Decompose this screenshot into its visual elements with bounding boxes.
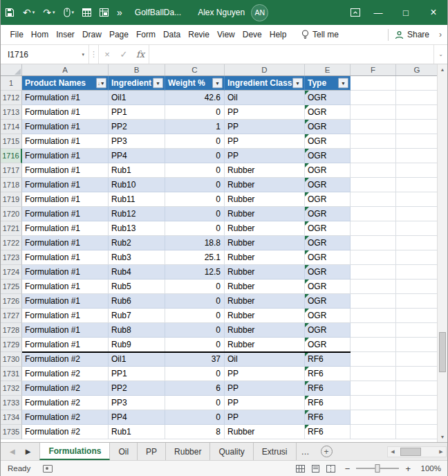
cell-E1727[interactable]: OGR bbox=[305, 309, 351, 323]
view-normal-icon[interactable] bbox=[296, 465, 305, 473]
cell-A1723[interactable]: Formulation #1 bbox=[22, 250, 109, 265]
undo-dropdown-arrow[interactable]: ▾ bbox=[32, 10, 35, 15]
cancel-button[interactable]: × bbox=[99, 45, 115, 64]
cell-G1734[interactable] bbox=[396, 410, 438, 425]
cell-B1715[interactable]: PP3 bbox=[109, 134, 165, 149]
touch-mouse-mode-button[interactable]: ▾ bbox=[59, 0, 79, 25]
cell-C1735[interactable]: 8 bbox=[165, 425, 225, 439]
cell-A1714[interactable]: Formulation #1 bbox=[22, 120, 109, 134]
cell-D1728[interactable]: Rubber bbox=[225, 323, 305, 338]
row-header-1713[interactable]: 1713 bbox=[1, 105, 22, 120]
cell-B1713[interactable]: PP1 bbox=[109, 105, 165, 120]
zoom-slider-thumb[interactable] bbox=[375, 464, 380, 473]
cell-C1716[interactable]: 0 bbox=[165, 149, 225, 163]
filter-button-weight[interactable]: ▼ bbox=[212, 78, 223, 89]
zoom-slider[interactable] bbox=[356, 468, 399, 469]
cell-A1720[interactable]: Formulation #1 bbox=[22, 207, 109, 221]
row-header-1715[interactable]: 1715 bbox=[1, 134, 22, 149]
cell-B1714[interactable]: PP2 bbox=[109, 120, 165, 134]
view-page-break-icon[interactable] bbox=[326, 465, 335, 473]
cell-C1713[interactable]: 0 bbox=[165, 105, 225, 120]
ribbon-tab-deve[interactable]: Deve bbox=[239, 25, 265, 45]
cell-F1718[interactable] bbox=[351, 178, 396, 192]
row-header-1719[interactable]: 1719 bbox=[1, 192, 22, 207]
cell-B1730[interactable]: Oil1 bbox=[109, 352, 165, 367]
row-header-1718[interactable]: 1718 bbox=[1, 178, 22, 192]
cell-E1718[interactable]: OGR bbox=[305, 178, 351, 192]
ribbon-overflow-chevron[interactable]: › bbox=[435, 30, 446, 39]
cell-B1717[interactable]: Rub1 bbox=[109, 163, 165, 178]
vertical-scroll-track[interactable] bbox=[438, 75, 447, 432]
cell-E1731[interactable]: RF6 bbox=[305, 367, 351, 381]
hscroll-right-arrow[interactable]: ▶ bbox=[436, 449, 446, 455]
macro-record-icon[interactable] bbox=[43, 465, 53, 473]
row-header-1729[interactable]: 1729 bbox=[1, 338, 22, 352]
cell-G1712[interactable] bbox=[396, 91, 438, 105]
cell-A1718[interactable]: Formulation #1 bbox=[22, 178, 109, 192]
cell-C1734[interactable]: 0 bbox=[165, 410, 225, 425]
cell-F1728[interactable] bbox=[351, 323, 396, 338]
cell-B1718[interactable]: Rub10 bbox=[109, 178, 165, 192]
cell-E1734[interactable]: RF6 bbox=[305, 410, 351, 425]
cell-E1730[interactable]: RF6 bbox=[305, 352, 351, 367]
ribbon-tab-hom[interactable]: Hom bbox=[27, 25, 52, 45]
cell-E1716[interactable]: OGR bbox=[305, 149, 351, 163]
vertical-scroll-thumb[interactable] bbox=[439, 332, 446, 372]
cell-E1721[interactable]: OGR bbox=[305, 221, 351, 236]
cell-D1715[interactable]: PP bbox=[225, 134, 305, 149]
cell-B1721[interactable]: Rub13 bbox=[109, 221, 165, 236]
row-header-1728[interactable]: 1728 bbox=[1, 323, 22, 338]
cell-F1712[interactable] bbox=[351, 91, 396, 105]
cell-G1730[interactable] bbox=[396, 352, 438, 367]
select-all-button[interactable] bbox=[1, 64, 22, 75]
cell-G1720[interactable] bbox=[396, 207, 438, 221]
cell-C1725[interactable]: 0 bbox=[165, 280, 225, 294]
filter-button-ingredient-class[interactable]: ▼ bbox=[292, 78, 303, 89]
cell-E1732[interactable]: RF6 bbox=[305, 381, 351, 396]
cell-D1713[interactable]: PP bbox=[225, 105, 305, 120]
avatar[interactable]: AN bbox=[251, 4, 268, 21]
cell-G1721[interactable] bbox=[396, 221, 438, 236]
row-header-1732[interactable]: 1732 bbox=[1, 381, 22, 396]
undo-button[interactable]: ↶ ▾ bbox=[19, 0, 39, 25]
column-header-b[interactable]: B bbox=[109, 64, 165, 75]
cell-C1714[interactable]: 1 bbox=[165, 120, 225, 134]
sheet-tab-extrusi[interactable]: Extrusi bbox=[254, 443, 297, 460]
vertical-scrollbar[interactable]: ▲ ▼ bbox=[437, 64, 447, 442]
cell-G1717[interactable] bbox=[396, 163, 438, 178]
cell-F1715[interactable] bbox=[351, 134, 396, 149]
cell-F1[interactable] bbox=[351, 76, 396, 91]
cell-B1725[interactable]: Rub5 bbox=[109, 280, 165, 294]
cell-A1729[interactable]: Formulation #1 bbox=[22, 338, 109, 352]
ribbon-tab-view[interactable]: View bbox=[213, 25, 239, 45]
row-header-1730[interactable]: 1730 bbox=[1, 352, 22, 367]
minimize-button[interactable]: — bbox=[364, 0, 392, 25]
cell-C1727[interactable]: 0 bbox=[165, 309, 225, 323]
cell-A1715[interactable]: Formulation #1 bbox=[22, 134, 109, 149]
cell-F1717[interactable] bbox=[351, 163, 396, 178]
cell-E1726[interactable]: OGR bbox=[305, 294, 351, 309]
filter-button-type[interactable]: ▼ bbox=[338, 78, 348, 89]
row-header-1727[interactable]: 1727 bbox=[1, 309, 22, 323]
cell-G1733[interactable] bbox=[396, 396, 438, 410]
row-header-1722[interactable]: 1722 bbox=[1, 236, 22, 250]
tell-me-box[interactable]: Tell me bbox=[301, 30, 339, 39]
cell-A1725[interactable]: Formulation #1 bbox=[22, 280, 109, 294]
cell-B1729[interactable]: Rub9 bbox=[109, 338, 165, 352]
cell-A1734[interactable]: Formulation #2 bbox=[22, 410, 109, 425]
cell-A1719[interactable]: Formulation #1 bbox=[22, 192, 109, 207]
cell-G1[interactable] bbox=[396, 76, 438, 91]
sheet-nav-right-arrow[interactable]: ▶ bbox=[26, 448, 31, 455]
cell-C1733[interactable]: 0 bbox=[165, 396, 225, 410]
cell-F1721[interactable] bbox=[351, 221, 396, 236]
cell-G1724[interactable] bbox=[396, 265, 438, 280]
cell-E1720[interactable]: OGR bbox=[305, 207, 351, 221]
cell-A1733[interactable]: Formulation #2 bbox=[22, 396, 109, 410]
cell-F1720[interactable] bbox=[351, 207, 396, 221]
horizontal-scroll-track[interactable] bbox=[398, 447, 436, 457]
cell-B1719[interactable]: Rub11 bbox=[109, 192, 165, 207]
cell-C1718[interactable]: 0 bbox=[165, 178, 225, 192]
cell-D1734[interactable]: PP bbox=[225, 410, 305, 425]
cell-A1726[interactable]: Formulation #1 bbox=[22, 294, 109, 309]
filter-button-ingredient[interactable]: ▼ bbox=[153, 78, 163, 89]
